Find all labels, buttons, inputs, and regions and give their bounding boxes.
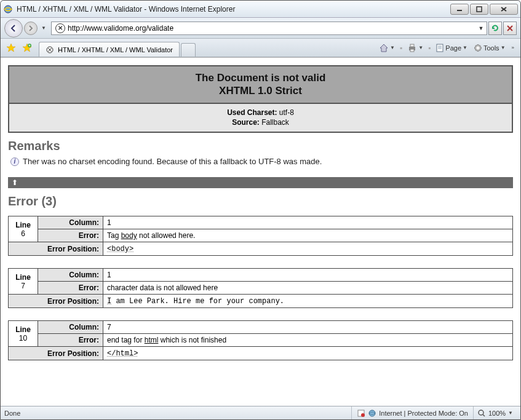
column-label: Column: [38,269,103,282]
status-zone-text: Internet | Protected Mode: On [379,410,468,417]
maximize-button[interactable] [470,4,488,15]
remarks-heading: Remarks [8,139,513,153]
error-label: Error: [38,229,103,242]
titlebar: HTML / XHTML / XML / WML Validator - Win… [1,1,520,18]
svg-rect-16 [437,44,443,52]
line-header: Line6 [9,216,38,242]
command-bar: ▼ ▪ ▼ ▪ Page▼ Tools▼ » [376,42,517,54]
add-favorite-icon[interactable] [20,42,34,54]
error-table: Line7Column:1Error:character data is not… [8,268,513,308]
used-charset-value: utf-8 [279,108,294,117]
svg-point-0 [4,6,12,13]
position-label: Error Position: [9,242,103,256]
zoom-dropdown-icon[interactable]: ▼ [508,410,513,416]
page-menu[interactable]: Page▼ [433,42,470,53]
favorites-star-icon[interactable] [4,42,18,54]
home-button[interactable]: ▼ [376,42,397,54]
validation-title-line1: The Document is not valid [196,72,326,84]
column-value: 1 [103,269,513,282]
refresh-button[interactable] [488,22,502,35]
error-label: Error: [38,282,103,295]
nav-history-dropdown[interactable]: ▼ [40,25,47,31]
column-label: Column: [38,216,103,229]
validation-title-line2: XHTML 1.0 Strict [219,85,302,97]
new-tab-button[interactable] [181,43,196,57]
address-bar: ✕ ▼ [51,22,487,35]
source-label: Source: [232,118,260,127]
window-frame: HTML / XHTML / XML / WML Validator - Win… [0,0,521,420]
address-dropdown[interactable]: ▼ [477,25,485,31]
error-label: Error: [38,334,103,347]
position-label: Error Position: [9,295,103,308]
separator: ▪ [427,44,432,52]
column-label: Column: [38,321,103,334]
tab-site-icon [46,46,54,54]
source-value: Fallback [261,118,289,127]
validation-title: The Document is not valid XHTML 1.0 Stri… [9,66,512,104]
page-viewport[interactable]: The Document is not valid XHTML 1.0 Stri… [1,58,520,406]
separator: ▪ [399,44,404,52]
validation-summary-box: The Document is not valid XHTML 1.0 Stri… [8,65,513,133]
errors-container: Line6Column:1Error:Tag body not allowed … [8,216,513,360]
print-button[interactable]: ▼ [405,42,426,54]
site-icon: ✕ [55,23,65,33]
window-buttons [450,4,518,15]
position-value: <body> [103,242,513,256]
navbar: ▼ ✕ ▼ [1,18,520,39]
content-area: The Document is not valid XHTML 1.0 Stri… [1,57,520,406]
back-button[interactable] [4,19,23,38]
svg-rect-14 [410,44,414,47]
used-charset-label: Used Charset: [227,108,277,117]
chevron-expand-icon[interactable]: » [509,44,517,52]
line-header: Line7 [9,269,38,295]
svg-point-25 [479,410,483,415]
line-header: Line10 [9,321,38,347]
zoom-icon [477,409,486,418]
remark-item: i Ther was no charset encoding found. Be… [10,157,513,166]
page-menu-label: Page [445,44,461,52]
close-button[interactable] [490,4,518,15]
svg-point-23 [361,413,365,417]
internet-zone-icon [368,409,376,418]
ie-app-icon [3,4,13,14]
tab-label: HTML / XHTML / XML / WML Validator [58,46,173,53]
svg-point-21 [477,47,479,49]
svg-line-26 [483,414,485,416]
position-label: Error Position: [9,347,103,360]
position-value: </html> [103,347,513,360]
address-input[interactable] [68,24,477,33]
collapse-bar: ⬆ [8,177,513,188]
error-table: Line6Column:1Error:Tag body not allowed … [8,216,513,256]
error-value: Tag body not allowed here. [103,229,513,242]
tools-menu-label: Tools [483,44,499,52]
svg-point-24 [369,410,375,416]
zoom-value: 100% [488,410,506,417]
validation-meta: Used Charset: utf-8 Source: Fallback [9,104,512,132]
svg-rect-2 [477,7,482,12]
tools-menu[interactable]: Tools▼ [471,42,508,53]
forward-button[interactable] [24,22,38,35]
status-warn-icon [357,409,365,418]
tab-bar: HTML / XHTML / XML / WML Validator ▼ ▪ ▼… [1,39,520,57]
minimize-button[interactable] [450,4,469,15]
remark-text: Ther was no charset encoding found. Beca… [23,157,322,166]
svg-rect-15 [410,49,414,52]
column-value: 1 [103,216,513,229]
status-zone: Internet | Protected Mode: On [351,406,473,419]
window-title: HTML / XHTML / XML / WML Validator - Win… [17,5,450,14]
error-table: Line10Column:7Error:end tag for html whi… [8,320,513,360]
zoom-control[interactable]: 100% ▼ [473,406,517,419]
errors-heading: Error (3) [8,194,513,208]
status-bar: Done Internet | Protected Mode: On 100% … [1,406,520,419]
status-done: Done [4,410,20,417]
info-icon: i [10,157,19,166]
error-value: end tag for html which is not finished [103,334,513,347]
collapse-up-icon[interactable]: ⬆ [12,178,18,187]
browser-tab[interactable]: HTML / XHTML / XML / WML Validator [39,42,180,57]
stop-button[interactable] [503,22,517,35]
position-value: I am Lee Park. Hire me for your company. [103,295,513,308]
error-value: character data is not allowed here [103,282,513,295]
column-value: 7 [103,321,513,334]
